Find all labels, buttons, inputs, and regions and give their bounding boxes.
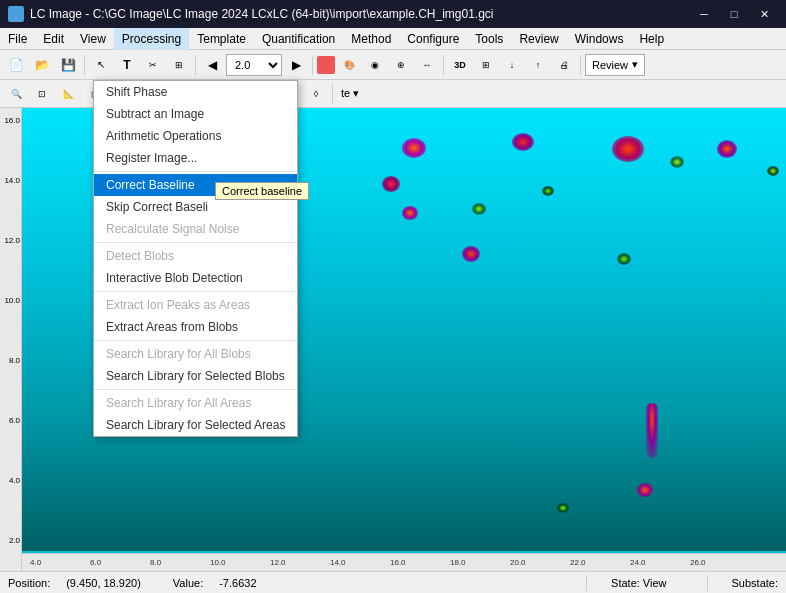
y-tick-2: 2.0 (9, 536, 20, 545)
x-ruler: 4.0 6.0 8.0 10.0 12.0 14.0 16.0 18.0 20.… (22, 553, 786, 571)
menu-help[interactable]: Help (631, 28, 672, 50)
save-button[interactable]: 💾 (56, 53, 80, 77)
menu-template[interactable]: Template (189, 28, 254, 50)
scale-label: te ▾ (341, 87, 359, 100)
blob-11 (617, 253, 631, 265)
window-controls: ─ □ ✕ (690, 4, 778, 24)
menu-extract-areas-blobs[interactable]: Extract Areas from Blobs (94, 316, 297, 338)
menu-file[interactable]: File (0, 28, 35, 50)
maximize-button[interactable]: □ (720, 4, 748, 24)
menu-shift-phase[interactable]: Shift Phase (94, 81, 297, 103)
tool3[interactable]: ✂ (141, 53, 165, 77)
separator3 (312, 55, 313, 75)
3d-btn[interactable]: 3D (448, 53, 472, 77)
open-button[interactable]: 📂 (30, 53, 54, 77)
sep3 (94, 291, 297, 292)
color-btn[interactable] (317, 56, 335, 74)
position-label: Position: (8, 577, 50, 589)
blob-2 (512, 133, 534, 151)
menu-recalculate-signal-noise: Recalculate Signal Noise (94, 218, 297, 240)
text-tool[interactable]: T (115, 53, 139, 77)
menu-windows[interactable]: Windows (567, 28, 632, 50)
menu-arithmetic-ops[interactable]: Arithmetic Operations (94, 125, 297, 147)
app-icon (8, 6, 24, 22)
blob-10 (462, 246, 480, 262)
y-tick-16: 16.0 (4, 116, 20, 125)
blob-4 (670, 156, 684, 168)
value-data: -7.6632 (219, 577, 256, 589)
y-tick-12: 12.0 (4, 236, 20, 245)
correct-baseline-tooltip: Correct baseline (215, 182, 309, 200)
tool4[interactable]: ⊞ (167, 53, 191, 77)
x-tick-22: 22.0 (570, 558, 586, 567)
review-dropdown[interactable]: Review ▾ (585, 54, 645, 76)
export-btn[interactable]: ↑ (526, 53, 550, 77)
x-tick-26: 26.0 (690, 558, 706, 567)
separator1 (84, 55, 85, 75)
blob-5 (717, 140, 737, 158)
x-tick-6: 6.0 (90, 558, 101, 567)
x-tick-18: 18.0 (450, 558, 466, 567)
import-btn[interactable]: ↓ (500, 53, 524, 77)
tb2-btn3[interactable]: 📐 (56, 82, 80, 106)
menu-review[interactable]: Review (511, 28, 566, 50)
minimize-button[interactable]: ─ (690, 4, 718, 24)
select-tool[interactable]: ↖ (89, 53, 113, 77)
x-tick-4: 4.0 (30, 558, 41, 567)
menu-tools[interactable]: Tools (467, 28, 511, 50)
blob-8 (472, 203, 486, 215)
tb2-btn2[interactable]: ⊡ (30, 82, 54, 106)
next-btn[interactable]: ▶ (284, 53, 308, 77)
tool7[interactable]: ↔ (415, 53, 439, 77)
tooltip-text: Correct baseline (222, 185, 302, 197)
menu-register-image[interactable]: Register Image... (94, 147, 297, 169)
menu-subtract-image[interactable]: Subtract an Image (94, 103, 297, 125)
grid-btn[interactable]: ⊞ (474, 53, 498, 77)
y-tick-4: 4.0 (9, 476, 20, 485)
tb2-btn12[interactable]: ◊ (304, 82, 328, 106)
processing-menu: Shift Phase Subtract an Image Arithmetic… (93, 80, 298, 437)
x-tick-16: 16.0 (390, 558, 406, 567)
y-tick-8: 8.0 (9, 356, 20, 365)
statusbar: Position: (9.450, 18.920) Value: -7.6632… (0, 571, 786, 593)
blob-12 (767, 166, 779, 176)
menu-search-sel-blobs[interactable]: Search Library for Selected Blobs (94, 365, 297, 387)
menu-interactive-blob[interactable]: Interactive Blob Detection (94, 267, 297, 289)
print-btn[interactable]: 🖨 (552, 53, 576, 77)
separator5 (580, 55, 581, 75)
y-tick-14: 14.0 (4, 176, 20, 185)
tb2-sep3 (332, 84, 333, 104)
prev-btn[interactable]: ◀ (200, 53, 224, 77)
sep1 (94, 171, 297, 172)
zoom-select[interactable]: 2.0 1.0 0.5 (226, 54, 282, 76)
menu-detect-blobs: Detect Blobs (94, 245, 297, 267)
x-tick-12: 12.0 (270, 558, 286, 567)
tb2-btn1[interactable]: 🔍 (4, 82, 28, 106)
blob-7 (402, 206, 418, 220)
menu-edit[interactable]: Edit (35, 28, 72, 50)
tool5[interactable]: ◉ (363, 53, 387, 77)
separator2 (195, 55, 196, 75)
blob-9 (542, 186, 554, 196)
blob-streak (646, 403, 658, 458)
sep4 (94, 340, 297, 341)
blob-3 (612, 136, 644, 162)
value-label: Value: (173, 577, 203, 589)
tool6[interactable]: ⊕ (389, 53, 413, 77)
close-button[interactable]: ✕ (750, 4, 778, 24)
menu-method[interactable]: Method (343, 28, 399, 50)
palette-btn[interactable]: 🎨 (337, 53, 361, 77)
y-ruler: 16.0 14.0 12.0 10.0 8.0 6.0 4.0 2.0 (0, 108, 22, 571)
sep5 (94, 389, 297, 390)
y-tick-10: 10.0 (4, 296, 20, 305)
menu-search-sel-areas[interactable]: Search Library for Selected Areas (94, 414, 297, 436)
x-tick-8: 8.0 (150, 558, 161, 567)
menu-search-all-areas: Search Library for All Areas (94, 392, 297, 414)
new-button[interactable]: 📄 (4, 53, 28, 77)
menu-view[interactable]: View (72, 28, 114, 50)
menu-configure[interactable]: Configure (399, 28, 467, 50)
review-label: Review (592, 59, 628, 71)
menu-processing[interactable]: Processing (114, 28, 189, 50)
blob-13 (637, 483, 653, 497)
menu-quantification[interactable]: Quantification (254, 28, 343, 50)
